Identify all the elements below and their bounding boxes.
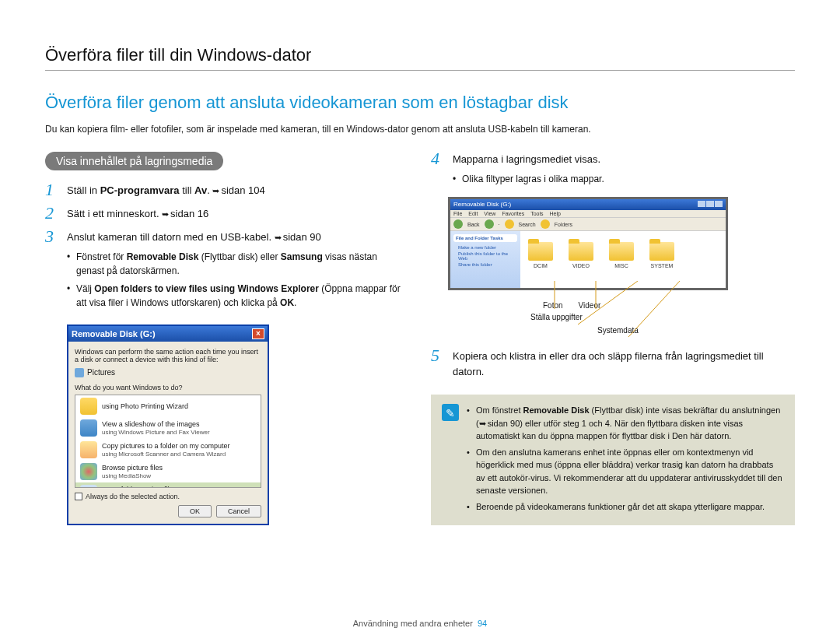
folder-icon <box>569 242 593 261</box>
sub-bullet: Olika filtyper lagras i olika mappar. <box>453 172 795 187</box>
folders-label: Folders <box>555 222 572 227</box>
step-number: 4 <box>431 150 445 189</box>
step-1: 1 Ställ in PC-programvara till Av. sidan… <box>45 183 403 198</box>
side-link: Make a new folder <box>458 245 517 250</box>
page-subtitle: Överföra filer genom att ansluta videoka… <box>45 93 795 113</box>
dialog-question: What do you want Windows to do? <box>75 384 261 391</box>
step-text: Sätt i ett minneskort. <box>67 208 162 219</box>
intro-text: Du kan kopiera film- eller fotofiler, so… <box>45 124 795 135</box>
step-3: 3 Anslut kameran till datorn med en USB-… <box>45 230 403 314</box>
dialog-option-list: using Photo Printing Wizard View a slide… <box>75 395 261 488</box>
wizard-icon <box>80 398 97 415</box>
pictures-label: Pictures <box>87 368 115 377</box>
footer-text: Användning med andra enheter <box>353 619 473 628</box>
folders-icon <box>541 219 550 229</box>
folder-misc: MISC <box>609 242 634 279</box>
side-link: Share this folder <box>458 262 517 267</box>
page-ref: sidan 90 <box>283 231 321 243</box>
bold: PC-programvara <box>100 184 180 196</box>
note-item: Om fönstret Removable Disk (Flyttbar dis… <box>467 404 784 443</box>
page-title: Överföra filer till din Windows-dator <box>45 45 795 71</box>
scanner-icon <box>80 441 97 458</box>
screenshot-autoplay-dialog: Removable Disk (G:) × Windows can perfor… <box>67 325 269 525</box>
callout-label-system: Systemdata <box>597 326 745 335</box>
step-5: 5 Kopiera och klistra in eller dra och s… <box>431 349 795 379</box>
back-icon <box>453 219 463 229</box>
sub-bullet: Fönstret för Removable Disk (Flyttbar di… <box>67 250 403 279</box>
ok-button: OK <box>178 505 212 517</box>
folder-video: VIDEO <box>569 242 593 279</box>
forward-icon <box>485 219 494 229</box>
page-ref: sidan 16 <box>170 208 208 219</box>
page-ref: sidan 104 <box>221 184 264 196</box>
folder-open-icon <box>80 485 97 488</box>
page-ref-icon <box>162 208 170 219</box>
menu-item: Tools <box>530 211 543 216</box>
bold: Av <box>194 184 207 196</box>
menu-item: View <box>484 211 495 216</box>
sub-bullet: Välj Open folders to view files using Wi… <box>67 282 403 310</box>
side-link: Publish this folder to the Web <box>458 251 517 261</box>
page-footer: Användning med andra enheter 94 <box>0 619 840 628</box>
mediashow-icon <box>80 463 97 480</box>
cancel-button: Cancel <box>216 505 261 517</box>
step-number: 3 <box>45 228 59 314</box>
step-number: 5 <box>431 347 445 379</box>
menu-item: Help <box>550 211 561 216</box>
folder-icon <box>528 242 553 261</box>
folder-icon <box>609 242 634 261</box>
menu-item: Edit <box>468 211 478 216</box>
search-icon <box>505 219 514 229</box>
menu-item: Favorites <box>502 211 524 216</box>
step-text: Ställ in <box>67 184 100 196</box>
step-4: 4 Mapparna i lagringsmediet visas. Olika… <box>431 152 795 189</box>
pictures-icon <box>75 368 84 377</box>
step-number: 2 <box>45 205 59 222</box>
dialog-description: Windows can perform the same action each… <box>75 348 261 363</box>
step-2: 2 Sätt i ett minneskort. sidan 16 <box>45 206 403 222</box>
folder-dcim: DCIM <box>528 242 553 279</box>
page-ref-icon <box>212 184 221 196</box>
explorer-title: Removable Disk (G:) <box>453 201 511 209</box>
note-item: Beroende på videokamerans funktioner går… <box>467 500 784 514</box>
callout-label-stalla: Ställa uppgifter <box>530 313 745 321</box>
menu-item: File <box>453 211 462 216</box>
back-label: Back <box>467 222 480 227</box>
callout-label-foton: Foton <box>543 301 563 310</box>
folder-icon <box>649 242 674 261</box>
callout-label-videor: Videor <box>579 301 601 310</box>
window-controls-icon <box>697 201 723 209</box>
checkbox-icon <box>75 493 82 500</box>
step-text: Kopiera och klistra in eller dra och slä… <box>453 349 795 379</box>
step-text: Anslut kameran till datorn med en USB-ka… <box>67 231 275 243</box>
step-text: Mapparna i lagringsmediet visas. <box>453 153 600 165</box>
page-ref-icon <box>479 419 488 428</box>
search-label: Search <box>519 222 536 227</box>
dialog-title: Removable Disk (G:) <box>72 329 156 339</box>
sidepanel-header: File and Folder Tasks <box>453 234 517 242</box>
screenshot-explorer-window: Removable Disk (G:) File Edit View Favor… <box>448 197 728 290</box>
close-icon: × <box>252 328 264 339</box>
note-box: Om fönstret Removable Disk (Flyttbar dis… <box>431 395 795 525</box>
always-label: Always do the selected action. <box>86 493 180 500</box>
slideshow-icon <box>80 419 97 437</box>
page-ref-icon <box>275 231 283 243</box>
page-number: 94 <box>478 619 487 628</box>
note-item: Om den anslutna kamerans enhet inte öppn… <box>467 446 784 497</box>
section-chip: Visa innehållet på lagringsmedia <box>45 152 223 170</box>
step-number: 1 <box>45 181 59 198</box>
note-icon <box>442 404 459 421</box>
folder-system: SYSTEM <box>649 242 674 279</box>
